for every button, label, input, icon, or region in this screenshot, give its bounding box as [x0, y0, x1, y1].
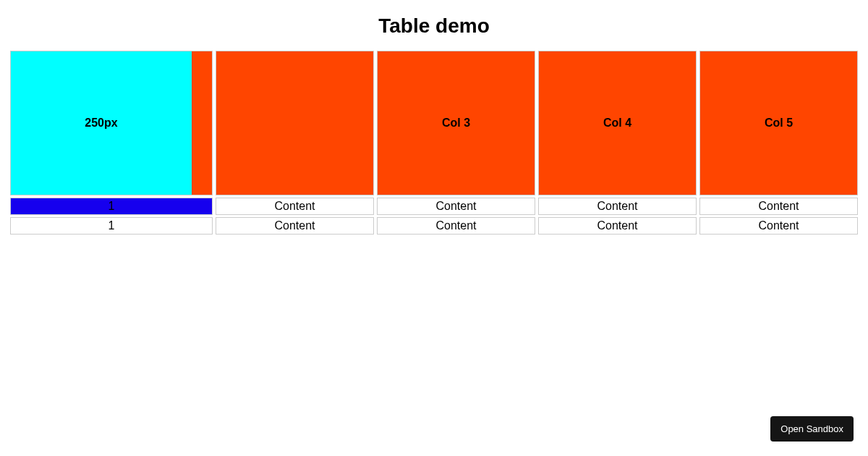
header-label-1: 250px [85, 117, 117, 130]
open-sandbox-button[interactable]: Open Sandbox [770, 416, 854, 442]
table-header-col-1: 250px [10, 51, 213, 195]
table-header-row: 250px Col 3 Col 4 Col 5 [10, 51, 858, 195]
table-cell: Content [538, 198, 697, 215]
cyan-box: 250px [11, 51, 192, 195]
table-cell: Content [699, 198, 858, 215]
table-header-col-4: Col 4 [538, 51, 697, 195]
table-header-col-5: Col 5 [699, 51, 858, 195]
table-cell: Content [216, 217, 374, 235]
table-cell: Content [538, 217, 697, 235]
table-row: 1 Content Content Content Content [10, 217, 858, 235]
table-row: 1 Content Content Content Content [10, 198, 858, 215]
page-title: Table demo [0, 0, 868, 48]
table-cell: Content [216, 198, 374, 215]
table-cell: Content [699, 217, 858, 235]
table-cell: 1 [10, 217, 213, 235]
table-header-col-2 [216, 51, 374, 195]
table-cell: 1 [10, 198, 213, 215]
table-cell: Content [377, 198, 535, 215]
table-cell: Content [377, 217, 535, 235]
demo-table: 250px Col 3 Col 4 Col 5 1 Content Conten… [7, 48, 861, 237]
table-header-col-3: Col 3 [377, 51, 535, 195]
table-container: 250px Col 3 Col 4 Col 5 1 Content Conten… [0, 48, 868, 237]
